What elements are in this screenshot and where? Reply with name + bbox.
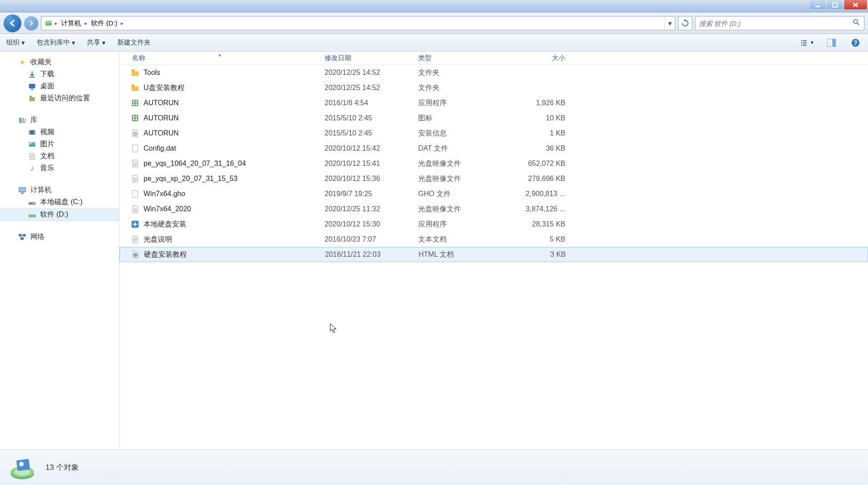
svg-rect-21 bbox=[19, 118, 21, 123]
sidebar-favorites[interactable]: ★ 收藏夹 bbox=[0, 56, 119, 68]
navigation-bar: ▸ 计算机 ▸ 软件 (D:) ▸ ▾ bbox=[0, 12, 868, 34]
picture-icon bbox=[28, 140, 37, 149]
video-icon bbox=[28, 128, 37, 137]
svg-text:?: ? bbox=[854, 39, 858, 46]
file-type-icon bbox=[130, 98, 140, 108]
search-input[interactable] bbox=[699, 20, 852, 27]
window-controls bbox=[809, 0, 867, 10]
address-bar[interactable]: ▸ 计算机 ▸ 软件 (D:) ▸ ▾ bbox=[41, 16, 675, 30]
file-type: 文本文档 bbox=[418, 235, 512, 244]
sidebar-item-downloads[interactable]: 下载 bbox=[0, 68, 119, 80]
forward-button[interactable] bbox=[24, 16, 38, 30]
breadcrumb-computer[interactable]: 计算机 bbox=[59, 19, 83, 28]
sidebar-libraries-group: 库 视频 图片 文档 bbox=[0, 114, 119, 174]
svg-point-32 bbox=[30, 143, 32, 144]
file-name: U盘安装教程 bbox=[144, 83, 185, 93]
desktop-icon bbox=[28, 82, 37, 91]
file-row[interactable]: Tools2020/12/25 14:52文件夹 bbox=[119, 65, 868, 80]
file-row[interactable]: pe_yqs_xp_20_07_31_15_532020/10/12 15:36… bbox=[119, 171, 868, 186]
file-row[interactable]: AUTORUN2015/5/10 2:45安装信息1 KB bbox=[119, 126, 868, 141]
sidebar-item-recent[interactable]: 最近访问的位置 bbox=[0, 92, 119, 104]
svg-rect-10 bbox=[801, 45, 802, 45]
help-button[interactable]: ? bbox=[849, 37, 862, 49]
navigation-pane: ★ 收藏夹 下载 桌面 bbox=[0, 52, 119, 449]
file-type-icon bbox=[130, 189, 140, 199]
file-row[interactable]: 硬盘安装教程2016/11/21 22:03HTML 文档3 KB bbox=[119, 247, 868, 262]
sidebar-item-videos[interactable]: 视频 bbox=[0, 126, 119, 138]
file-name: 光盘说明 bbox=[144, 235, 172, 244]
file-date: 2015/5/10 2:45 bbox=[325, 114, 418, 122]
file-row[interactable]: U盘安装教程2020/12/25 14:52文件夹 bbox=[119, 80, 868, 95]
search-icon bbox=[852, 18, 860, 28]
new-folder-button[interactable]: 新建文件夹 bbox=[117, 38, 151, 47]
svg-line-5 bbox=[857, 23, 860, 25]
drive-icon bbox=[28, 210, 37, 219]
file-type: 文件夹 bbox=[418, 83, 512, 93]
music-icon: ♪ bbox=[28, 164, 37, 173]
column-header-date[interactable]: 修改日期 bbox=[325, 54, 418, 62]
column-header-name[interactable]: 名称 ▲ bbox=[119, 54, 325, 62]
svg-point-63 bbox=[135, 179, 136, 180]
sidebar-computer[interactable]: 计算机 bbox=[0, 184, 119, 196]
svg-rect-3 bbox=[45, 21, 52, 23]
sidebar-item-documents[interactable]: 文档 bbox=[0, 150, 119, 162]
sidebar-item-drive-c[interactable]: 本地磁盘 (C:) bbox=[0, 196, 119, 208]
preview-pane-button[interactable] bbox=[825, 37, 838, 49]
chevron-down-icon: ▾ bbox=[72, 39, 75, 47]
svg-rect-52 bbox=[136, 103, 137, 105]
sidebar-item-desktop[interactable]: 桌面 bbox=[0, 80, 119, 92]
file-row[interactable]: Win7x64.gho2019/9/7 19:25GHO 文件2,900,813… bbox=[119, 186, 868, 201]
file-date: 2020/12/25 11:32 bbox=[325, 205, 418, 213]
svg-rect-33 bbox=[31, 156, 33, 156]
svg-rect-9 bbox=[803, 42, 806, 43]
svg-rect-17 bbox=[29, 84, 35, 88]
file-type-icon bbox=[130, 128, 140, 138]
svg-rect-11 bbox=[803, 45, 806, 45]
file-row[interactable]: Win7x64_20202020/12/25 11:32光盘映像文件3,874,… bbox=[119, 201, 868, 217]
sidebar-item-drive-d[interactable]: 软件 (D:) bbox=[0, 208, 119, 221]
refresh-button[interactable] bbox=[678, 16, 692, 30]
column-header-type[interactable]: 类型 bbox=[418, 54, 512, 62]
search-box[interactable] bbox=[695, 16, 864, 30]
share-button[interactable]: 共享 ▾ bbox=[87, 38, 106, 47]
file-row[interactable]: AUTORUN2016/1/8 4:54应用程序1,926 KB bbox=[119, 95, 868, 111]
view-options-button[interactable]: ▾ bbox=[801, 37, 814, 49]
file-row[interactable]: pe_yqs_1064_20_07_31_16_042020/10/12 15:… bbox=[119, 156, 868, 171]
sidebar-libraries[interactable]: 库 bbox=[0, 114, 119, 126]
address-dropdown[interactable]: ▾ bbox=[664, 16, 675, 30]
explorer-window: ▸ 计算机 ▸ 软件 (D:) ▸ ▾ 组织 ▾ 包含到库中 ▾ 共享 ▾ 新建… bbox=[0, 0, 868, 485]
include-library-button[interactable]: 包含到库中 ▾ bbox=[37, 38, 75, 47]
column-header-size[interactable]: 大小 bbox=[512, 54, 570, 62]
organize-button[interactable]: 组织 ▾ bbox=[6, 38, 25, 47]
file-date: 2020/10/12 15:41 bbox=[325, 160, 418, 168]
svg-point-4 bbox=[854, 20, 858, 24]
sidebar-item-music[interactable]: ♪ 音乐 bbox=[0, 162, 119, 174]
sidebar-network[interactable]: 网络 bbox=[0, 231, 119, 243]
sidebar-item-pictures[interactable]: 图片 bbox=[0, 138, 119, 150]
svg-rect-26 bbox=[29, 132, 30, 133]
sort-ascending-icon: ▲ bbox=[218, 52, 222, 57]
library-icon bbox=[18, 116, 27, 125]
file-size: 3 KB bbox=[512, 251, 570, 259]
sidebar-computer-group: 计算机 本地磁盘 (C:) 软件 (D:) bbox=[0, 184, 119, 221]
svg-point-76 bbox=[19, 462, 24, 466]
file-type-icon bbox=[131, 250, 140, 259]
file-row[interactable]: 本地硬盘安装2020/10/12 15:30应用程序28,315 KB bbox=[119, 217, 868, 232]
file-size: 1 KB bbox=[512, 129, 570, 137]
minimize-button[interactable] bbox=[809, 0, 826, 10]
file-type: 文件夹 bbox=[418, 68, 512, 78]
file-row[interactable]: 光盘说明2016/10/23 7:07文本文档5 KB bbox=[119, 232, 868, 247]
file-row[interactable]: AUTORUN2015/5/10 2:45图标10 KB bbox=[119, 111, 868, 126]
chevron-right-icon: ▸ bbox=[55, 21, 58, 26]
close-button[interactable] bbox=[844, 0, 867, 10]
svg-point-42 bbox=[34, 215, 35, 216]
breadcrumb-drive[interactable]: 软件 (D:) bbox=[89, 19, 119, 28]
file-row[interactable]: Config.dat2020/10/12 15:42DAT 文件36 KB bbox=[119, 141, 868, 156]
svg-rect-1 bbox=[833, 3, 837, 7]
svg-rect-7 bbox=[803, 40, 806, 41]
file-list[interactable]: Tools2020/12/25 14:52文件夹U盘安装教程2020/12/25… bbox=[119, 65, 868, 449]
document-icon bbox=[28, 152, 37, 161]
file-name: AUTORUN bbox=[144, 99, 179, 107]
back-button[interactable] bbox=[4, 14, 21, 32]
maximize-button[interactable] bbox=[827, 0, 843, 10]
